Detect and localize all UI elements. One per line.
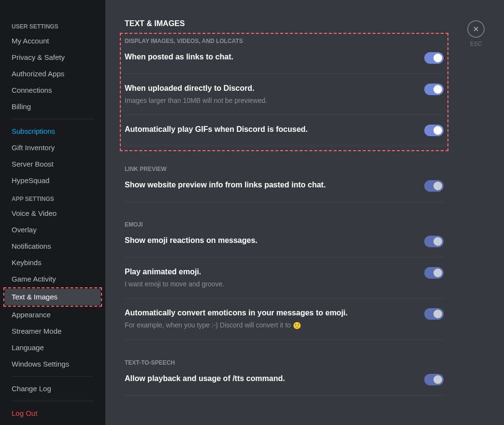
setting-text: Show website preview info from links pas… — [125, 180, 424, 190]
sidebar-divider — [12, 401, 94, 401]
setting-text: Play animated emoji.I want emoji to move… — [125, 267, 424, 288]
sidebar-item-text-images[interactable]: Text & Images — [5, 289, 101, 305]
group-header-emoji: EMOJI — [125, 221, 444, 228]
toggle-knob — [433, 375, 442, 384]
sidebar-item-billing[interactable]: Billing — [5, 99, 101, 115]
toggle-switch[interactable] — [424, 180, 444, 192]
setting-row: When posted as links to chat. — [125, 52, 444, 74]
sidebar-divider — [12, 119, 94, 119]
close-icon — [472, 25, 480, 33]
setting-label: Allow playback and usage of /tts command… — [125, 374, 415, 383]
toggle-knob — [433, 182, 442, 190]
toggle-switch[interactable] — [424, 52, 444, 64]
toggle-knob — [433, 85, 442, 94]
toggle-knob — [433, 310, 442, 318]
esc-label: ESC — [470, 41, 482, 47]
sidebar-item-subscriptions[interactable]: Subscriptions — [5, 123, 101, 140]
sidebar-item-voice-video[interactable]: Voice & Video — [5, 205, 101, 222]
setting-text: Automatically play GIFs when Discord is … — [125, 125, 424, 134]
sidebar-item-connections[interactable]: Connections — [5, 82, 101, 99]
sidebar-item-game-activity[interactable]: Game Activity — [5, 271, 101, 287]
toggle-switch[interactable] — [424, 125, 444, 136]
setting-text: When posted as links to chat. — [125, 52, 424, 62]
toggle-switch[interactable] — [424, 84, 444, 95]
setting-row: When uploaded directly to Discord.Images… — [125, 84, 444, 115]
sidebar-item-language[interactable]: Language — [5, 340, 101, 356]
smile-emoji-icon: 🙂 — [293, 321, 301, 330]
setting-row: Automatically play GIFs when Discord is … — [125, 125, 444, 146]
user-settings-header: USER SETTINGS — [5, 19, 101, 33]
setting-row: Automatically convert emoticons in your … — [125, 308, 444, 340]
sidebar-item-change-log[interactable]: Change Log — [5, 381, 101, 397]
sidebar-item-overlay[interactable]: Overlay — [5, 222, 101, 238]
sidebar-item-hypesquad[interactable]: HypeSquad — [5, 172, 101, 189]
highlight-box: DISPLAY IMAGES, VIDEOS, AND LOLCATSWhen … — [120, 33, 448, 151]
setting-label: Automatically play GIFs when Discord is … — [125, 125, 415, 134]
sidebar-item-windows-settings[interactable]: Windows Settings — [5, 356, 101, 372]
highlight-box: Text & Images — [3, 287, 102, 307]
sidebar-item-notifications[interactable]: Notifications — [5, 238, 101, 255]
toggle-knob — [433, 269, 442, 277]
group-header-link-preview: LINK PREVIEW — [125, 166, 444, 172]
sidebar-item-streamer-mode[interactable]: Streamer Mode — [5, 323, 101, 340]
setting-label: When uploaded directly to Discord. — [125, 84, 415, 93]
sidebar-item-gift-inventory[interactable]: Gift Inventory — [5, 140, 101, 156]
app-settings-header: APP SETTINGS — [5, 192, 101, 205]
sidebar-item-appearance[interactable]: Appearance — [5, 307, 101, 323]
setting-row: Show emoji reactions on messages. — [125, 236, 444, 257]
setting-label: Play animated emoji. — [125, 267, 415, 277]
toggle-switch[interactable] — [424, 236, 444, 247]
sidebar-item-keybinds[interactable]: Keybinds — [5, 255, 101, 271]
sidebar-item-authorized-apps[interactable]: Authorized Apps — [5, 66, 101, 82]
setting-label: Show website preview info from links pas… — [125, 180, 415, 190]
toggle-knob — [433, 54, 442, 62]
setting-text: Allow playback and usage of /tts command… — [125, 374, 424, 383]
setting-row: Show website preview info from links pas… — [125, 180, 444, 202]
toggle-switch[interactable] — [424, 267, 444, 279]
toggle-switch[interactable] — [424, 308, 444, 320]
close-button[interactable] — [467, 20, 485, 38]
toggle-knob — [433, 126, 442, 135]
setting-description: I want emoji to move and groove. — [125, 280, 415, 288]
page-title: TEXT & IMAGES — [125, 19, 444, 28]
setting-description: For example, when you type :-) Discord w… — [125, 321, 415, 330]
sidebar-item-privacy-safety[interactable]: Privacy & Safety — [5, 49, 101, 66]
settings-content: ESC TEXT & IMAGES DISPLAY IMAGES, VIDEOS… — [105, 0, 504, 425]
setting-text: Show emoji reactions on messages. — [125, 236, 424, 245]
setting-label: Automatically convert emoticons in your … — [125, 308, 415, 318]
setting-row: Allow playback and usage of /tts command… — [125, 374, 444, 396]
toggle-switch[interactable] — [424, 374, 444, 385]
setting-label: When posted as links to chat. — [125, 52, 415, 62]
settings-sidebar: USER SETTINGS My AccountPrivacy & Safety… — [0, 0, 105, 425]
setting-text: Automatically convert emoticons in your … — [125, 308, 424, 330]
setting-row: Play animated emoji.I want emoji to move… — [125, 267, 444, 298]
setting-label: Show emoji reactions on messages. — [125, 236, 415, 245]
sidebar-item-my-account[interactable]: My Account — [5, 33, 101, 49]
toggle-knob — [433, 237, 442, 246]
group-header-display-images-videos-and-lolcats: DISPLAY IMAGES, VIDEOS, AND LOLCATS — [125, 38, 444, 44]
close-area: ESC — [467, 20, 485, 47]
sidebar-divider — [12, 376, 94, 377]
setting-text: When uploaded directly to Discord.Images… — [125, 84, 424, 105]
group-header-text-to-speech: TEXT-TO-SPEECH — [125, 359, 444, 366]
setting-description: Images larger than 10MB will not be prev… — [125, 96, 415, 105]
sidebar-item-server-boost[interactable]: Server Boost — [5, 156, 101, 172]
sidebar-item-log-out[interactable]: Log Out — [5, 405, 101, 422]
